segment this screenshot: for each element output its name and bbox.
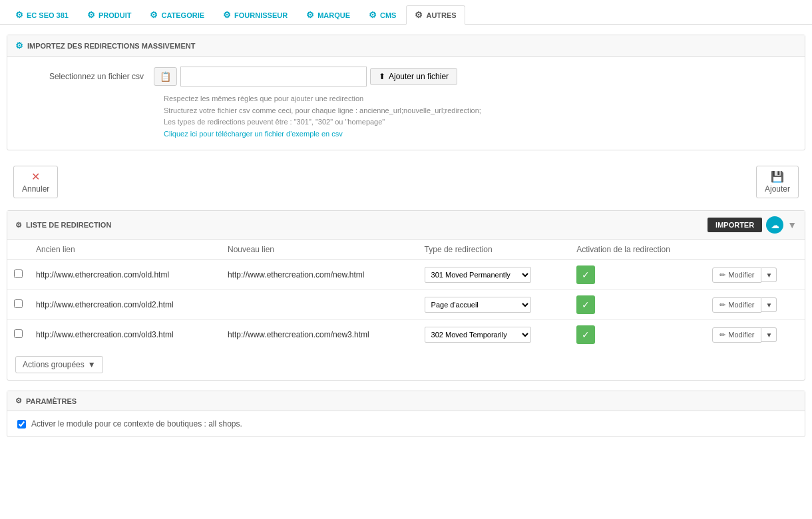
caret-icon-0: ▼: [765, 271, 772, 279]
bulk-caret-icon: ▼: [88, 360, 96, 369]
row-modifier-dropdown-1[interactable]: ▼: [761, 297, 777, 312]
tab-categorie[interactable]: ⚙CATEGORIE: [141, 5, 213, 24]
row-type-select-1[interactable]: 301 Moved Permanently302 Moved Temporari…: [425, 297, 531, 313]
row-checkbox-2[interactable]: [14, 329, 23, 338]
row-nouveau-lien-1: [221, 290, 418, 320]
import-section-header: ⚙ IMPORTEZ DES REDIRECTIONS MASSIVEMENT: [7, 35, 805, 57]
tab-autres[interactable]: ⚙AUTRES: [406, 5, 465, 25]
x-icon: ✕: [31, 170, 40, 183]
pencil-icon-0: ✏: [719, 271, 725, 279]
row-ancien-lien-0: http://www.ethercreation.com/old.html: [29, 260, 221, 290]
row-activation-btn-1[interactable]: ✓: [576, 295, 595, 314]
row-activation-btn-2[interactable]: ✓: [576, 325, 595, 344]
row-type-cell-0: 301 Moved Permanently302 Moved Temporari…: [418, 260, 570, 290]
th-actions: [706, 240, 805, 260]
tab-icon-ec-seo: ⚙: [15, 10, 23, 20]
tab-label-fournisseur: FOURNISSEUR: [234, 11, 288, 19]
row-checkbox-cell-0: [7, 260, 29, 290]
row-checkbox-cell-1: [7, 290, 29, 320]
row-activation-btn-0[interactable]: ✓: [576, 265, 595, 284]
params-checkbox-label[interactable]: Activer le module pour ce contexte de bo…: [17, 419, 795, 429]
row-activation-cell-2: ✓: [570, 320, 706, 350]
filter-icon[interactable]: ▼: [787, 220, 797, 230]
tab-icon-autres: ⚙: [415, 10, 423, 20]
file-input-group: 📋 ⬆ Ajouter un fichier: [154, 67, 457, 86]
import-gear-icon: ⚙: [15, 41, 23, 51]
upload-button[interactable]: ⬆ Ajouter un fichier: [370, 68, 457, 85]
tab-label-produit: PRODUIT: [99, 11, 132, 19]
import-section-title: IMPORTEZ DES REDIRECTIONS MASSIVEMENT: [27, 42, 195, 50]
help-download-link[interactable]: Cliquez ici pour télécharger un fichier …: [164, 130, 343, 138]
tab-icon-produit: ⚙: [87, 10, 95, 20]
tab-icon-categorie: ⚙: [150, 10, 158, 20]
save-icon: 💾: [771, 170, 784, 183]
cloud-upload-button[interactable]: ☁: [766, 216, 783, 234]
row-modifier-btn-1[interactable]: ✏ Modifier: [712, 297, 761, 313]
row-modifier-label-0: Modifier: [728, 271, 754, 279]
th-checkbox: [7, 240, 29, 260]
params-section-title: PARAMÈTRES: [26, 397, 77, 405]
params-section-header: ⚙ PARAMÈTRES: [7, 391, 805, 411]
page-wrapper: ⚙EC SEO 381⚙PRODUIT⚙CATEGORIE⚙FOURNISSEU…: [0, 0, 812, 519]
list-section-header: ⚙ LISTE DE REDIRECTION IMPORTER ☁ ▼: [7, 211, 805, 240]
action-row: ✕ Annuler 💾 Ajouter: [7, 160, 805, 204]
file-icon-button[interactable]: 📋: [154, 67, 177, 86]
row-actions-cell-0: ✏ Modifier ▼: [706, 260, 805, 290]
help-line-3: Les types de redirections peuvent être :…: [164, 116, 791, 128]
cancel-button[interactable]: ✕ Annuler: [13, 166, 58, 198]
tab-ec-seo[interactable]: ⚙EC SEO 381: [7, 5, 77, 24]
params-gear-icon: ⚙: [15, 397, 22, 405]
row-actions-cell-2: ✏ Modifier ▼: [706, 320, 805, 350]
row-type-select-0[interactable]: 301 Moved Permanently302 Moved Temporari…: [425, 267, 531, 283]
table-header-row: Ancien lien Nouveau lien Type de redirec…: [7, 240, 805, 260]
pencil-icon-2: ✏: [719, 331, 725, 339]
tab-label-cms: CMS: [380, 11, 396, 19]
row-type-select-2[interactable]: 301 Moved Permanently302 Moved Temporari…: [425, 327, 531, 343]
params-checkbox[interactable]: [17, 420, 26, 429]
tab-cms[interactable]: ⚙CMS: [360, 5, 405, 24]
pencil-icon-1: ✏: [719, 301, 725, 309]
form-help: Respectez les mêmes règles que pour ajou…: [164, 93, 791, 140]
row-modifier-dropdown-2[interactable]: ▼: [761, 327, 777, 342]
params-checkbox-text: Activer le module pour ce contexte de bo…: [31, 419, 242, 429]
tab-label-ec-seo: EC SEO 381: [27, 11, 69, 19]
upload-button-label: Ajouter un fichier: [389, 72, 449, 81]
table-row: http://www.ethercreation.com/old3.html h…: [7, 320, 805, 350]
bulk-actions-button[interactable]: Actions groupées ▼: [15, 356, 103, 373]
row-modifier-btn-0[interactable]: ✏ Modifier: [712, 267, 761, 283]
tab-label-categorie: CATEGORIE: [161, 11, 204, 19]
import-section-body: Selectionnez un fichier csv 📋 ⬆ Ajouter …: [7, 57, 805, 150]
row-modifier-btn-2[interactable]: ✏ Modifier: [712, 327, 761, 343]
save-button[interactable]: 💾 Ajouter: [756, 166, 799, 198]
caret-icon-1: ▼: [765, 301, 772, 309]
th-activation: Activation de la redirection: [570, 240, 706, 260]
list-gear-icon: ⚙: [15, 221, 22, 230]
file-select-row: Selectionnez un fichier csv 📋 ⬆ Ajouter …: [21, 67, 791, 86]
tab-icon-cms: ⚙: [369, 10, 377, 20]
row-ancien-lien-2: http://www.ethercreation.com/old3.html: [29, 320, 221, 350]
bulk-actions-label: Actions groupées: [23, 360, 85, 369]
row-modifier-label-1: Modifier: [728, 301, 754, 309]
file-text-input[interactable]: [180, 67, 367, 86]
tabs-bar: ⚙EC SEO 381⚙PRODUIT⚙CATEGORIE⚙FOURNISSEU…: [0, 0, 812, 25]
row-checkbox-0[interactable]: [14, 269, 23, 278]
cloud-icon: ☁: [771, 220, 779, 230]
upload-icon: ⬆: [379, 72, 385, 81]
params-section: ⚙ PARAMÈTRES Activer le module pour ce c…: [7, 391, 805, 437]
table-row: http://www.ethercreation.com/old.html ht…: [7, 260, 805, 290]
table-row: http://www.ethercreation.com/old2.html 3…: [7, 290, 805, 320]
tab-produit[interactable]: ⚙PRODUIT: [79, 5, 140, 24]
importer-button[interactable]: IMPORTER: [708, 218, 762, 232]
row-modifier-dropdown-0[interactable]: ▼: [761, 267, 777, 282]
save-label: Ajouter: [765, 184, 790, 194]
tab-marque[interactable]: ⚙MARQUE: [298, 5, 359, 24]
row-actions-cell-1: ✏ Modifier ▼: [706, 290, 805, 320]
list-header-right: IMPORTER ☁ ▼: [708, 216, 797, 234]
row-checkbox-1[interactable]: [14, 299, 23, 308]
tab-fournisseur[interactable]: ⚙FOURNISSEUR: [214, 5, 296, 24]
tab-icon-fournisseur: ⚙: [223, 10, 231, 20]
tab-label-autres: AUTRES: [426, 11, 456, 19]
list-section: ⚙ LISTE DE REDIRECTION IMPORTER ☁ ▼ Anci…: [7, 210, 805, 381]
list-section-title: LISTE DE REDIRECTION: [26, 221, 111, 229]
list-table-container: Ancien lien Nouveau lien Type de redirec…: [7, 240, 805, 380]
